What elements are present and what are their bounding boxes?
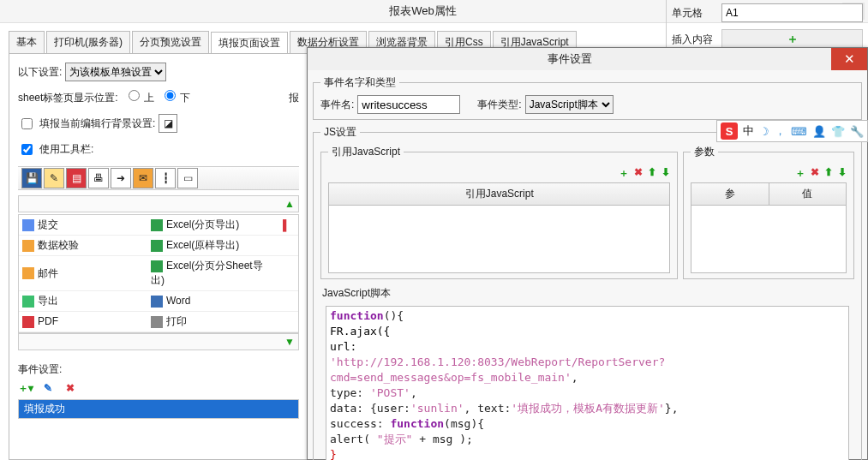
sheet-pos-label: sheet标签页显示位置: [18,91,118,105]
ime-keyboard-icon[interactable]: ⌨ [791,125,807,138]
event-dialog-titlebar: 事件设置 ✕ [308,48,867,70]
ref-js-header: 引用JavaScript [328,182,670,206]
event-name-input[interactable] [357,95,460,114]
event-add-button[interactable]: ＋▾ [18,380,33,396]
event-type-label: 事件类型: [477,98,521,112]
refjs-up-icon[interactable]: ⬆ [648,166,656,181]
ref-js-fieldset: 引用JavaScript ＋ ✖ ⬆ ⬇ 引用JavaScript [320,145,678,279]
toolbar-blank-icon[interactable]: ▭ [177,168,198,188]
event-edit-button[interactable]: ✎ [40,380,56,396]
below-settings-combo[interactable]: 为该模板单独设置 [65,63,166,81]
event-name-type-legend: 事件名字和类型 [320,75,399,90]
param-legend: 参数 [691,145,718,159]
event-tools: ＋▾ ✎ ✖ [18,380,299,396]
toolbar-edit-icon[interactable]: ✎ [44,168,64,188]
move-up-icon[interactable]: ▲ [284,198,295,210]
ime-wrench-icon[interactable]: 🔧 [850,125,864,138]
action-move-strip-2: ▼ [18,333,299,350]
list-item[interactable]: 数据校验Excel(原样导出) [19,236,298,256]
action-move-strip: ▲ [18,195,299,212]
script-editor[interactable]: function(){ FR.ajax({ url: 'http://192.1… [326,306,849,460]
fill-page-panel: 以下设置: 为该模板单独设置 sheet标签页显示位置: 上 下 报 填报当前编… [9,53,308,460]
event-delete-button[interactable]: ✖ [63,380,78,396]
event-name-label: 事件名: [320,98,354,112]
event-name-type-fieldset: 事件名字和类型 事件名: 事件类型: JavaScript脚本 [313,75,862,120]
refjs-del-icon[interactable]: ✖ [634,166,643,181]
sheet-pos-up[interactable]: 上 [122,90,154,105]
use-toolbar-checkbox[interactable] [21,144,33,155]
insert-content-label: 插入内容 [672,33,716,47]
event-list: 填报成功 [18,399,299,419]
toolbar-export-icon[interactable]: ➜ [111,168,131,188]
event-type-combo[interactable]: JavaScript脚本 [525,95,614,114]
tab-printer[interactable]: 打印机(服务器) [46,31,130,53]
tab-fill-page[interactable]: 填报页面设置 [211,32,288,54]
list-item[interactable]: 导出Word [19,291,298,312]
toolbar-print-icon[interactable]: 🖶 [88,168,109,188]
param-add-icon[interactable]: ＋ [795,166,805,181]
toolbar-mail-icon[interactable]: ✉ [133,168,153,188]
toolbar-save-icon[interactable]: 💾 [21,168,42,188]
fill-bg-label: 填报当前编辑行背景设置: [39,116,155,131]
refjs-down-icon[interactable]: ⬇ [661,166,670,181]
event-settings-dialog: 事件设置 ✕ 事件名字和类型 事件名: 事件类型: JavaScript脚本 J… [307,47,868,460]
tab-basic[interactable]: 基本 [9,31,45,53]
ref-js-grid[interactable] [328,206,670,273]
sheet-pos-down[interactable]: 下 [158,90,190,105]
param-fieldset: 参数 ＋ ✖ ⬆ ⬇ 参 值 [683,145,854,279]
fill-bg-picker-button[interactable]: ◪ [159,114,177,133]
js-settings-fieldset: JS设置 引用JavaScript ＋ ✖ ⬆ ⬇ 引用JavaScript 参… [313,125,862,460]
ime-comma-icon[interactable]: ， [775,123,786,139]
cell-input[interactable] [721,3,863,22]
event-dialog-title: 事件设置 [308,51,831,67]
list-item[interactable]: 邮件Excel(分页分Sheet导出) [19,256,298,291]
ref-js-legend: 引用JavaScript [328,145,404,159]
param-up-icon[interactable]: ⬆ [824,166,833,181]
param-col-value: 值 [769,182,847,206]
event-section-label: 事件设置: [18,362,299,377]
param-grid[interactable] [691,206,847,273]
list-item[interactable]: PDF打印 [19,312,298,332]
tab-page-preview[interactable]: 分页预览设置 [132,31,209,53]
use-toolbar-label: 使用工具栏: [39,142,93,157]
list-item[interactable]: 提交Excel(分页导出)▌ [19,215,298,236]
ime-toolbar[interactable]: S 中 ☽ ， ⌨ 👤 👕 🔧 [716,120,868,142]
param-down-icon[interactable]: ⬇ [838,166,847,181]
param-del-icon[interactable]: ✖ [811,166,819,181]
export-title-cut: 报 [289,91,299,105]
ime-moon-icon[interactable]: ☽ [759,125,769,138]
js-settings-legend: JS设置 [320,125,360,140]
cell-panel: 单元格 插入内容 ＋ [666,0,868,52]
ime-person-icon[interactable]: 👤 [812,125,826,138]
fill-bg-checkbox[interactable] [21,118,33,129]
ime-logo-icon: S [721,122,738,140]
cell-label: 单元格 [672,6,716,21]
refjs-add-icon[interactable]: ＋ [619,166,629,181]
action-list: 提交Excel(分页导出)▌ 数据校验Excel(原样导出) 邮件Excel(分… [18,214,299,333]
below-settings-label: 以下设置: [18,65,62,80]
move-down-icon[interactable]: ▼ [284,336,295,348]
toolbar-ruler-icon[interactable]: ┇ [155,168,176,188]
toolbar-pdf-icon[interactable]: ▤ [66,168,87,188]
ime-shirt-icon[interactable]: 👕 [831,125,845,138]
event-dialog-close-icon[interactable]: ✕ [831,48,867,70]
toolbar-preview: 💾 ✎ ▤ 🖶 ➜ ✉ ┇ ▭ [18,166,299,190]
param-col-name: 参 [691,182,769,206]
ime-lang-label[interactable]: 中 [743,123,754,139]
script-label: JavaScript脚本 [322,286,854,301]
plus-icon: ＋ [787,32,799,47]
event-item[interactable]: 填报成功 [19,400,298,418]
